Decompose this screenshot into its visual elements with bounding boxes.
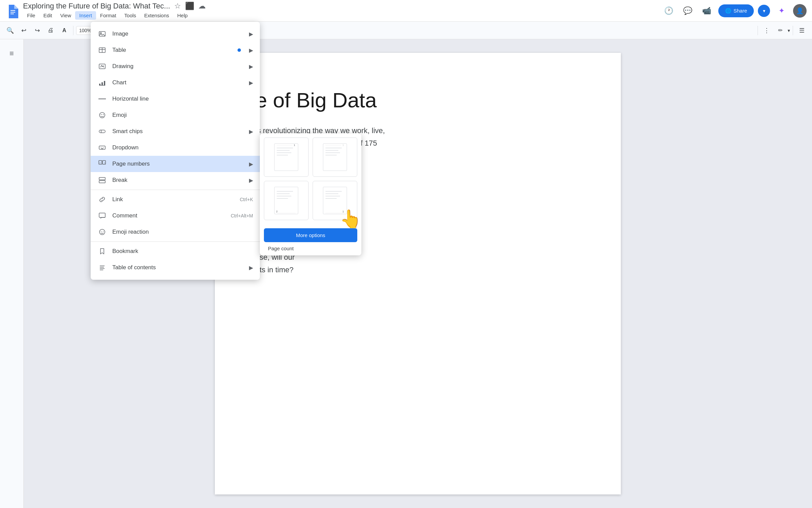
top-right: 🕐 💬 📹 🌐 Share ▾ ✦ 👤 <box>661 3 807 18</box>
print-button[interactable]: 🖨 <box>45 24 57 37</box>
menu-item-table[interactable]: Table ▶ <box>91 42 260 58</box>
share-caret[interactable]: ▾ <box>758 5 770 17</box>
format-paint-button[interactable]: A <box>58 24 70 37</box>
menu-item-smart-chips[interactable]: Smart chips ▶ <box>91 123 260 140</box>
drawing-icon <box>97 62 107 71</box>
table-arrow: ▶ <box>249 47 253 54</box>
svg-rect-34 <box>274 144 298 171</box>
doc-title-area: Exploring the Future of Big Data: What T… <box>23 2 659 20</box>
comment-icon <box>97 211 107 220</box>
redo-button[interactable]: ↪ <box>31 24 43 37</box>
meet-button[interactable]: 📹 <box>699 3 714 18</box>
svg-rect-12 <box>104 81 105 85</box>
pn-option-top-right-no-first[interactable]: 1 <box>313 137 357 177</box>
document-page: e of Big Data is revolutionizing the way… <box>215 53 621 494</box>
image-label: Image <box>112 30 244 37</box>
svg-rect-48 <box>274 187 298 214</box>
menu-section-2: Link Ctrl+K Comment Ctrl+Alt+M <box>91 190 260 242</box>
svg-rect-26 <box>99 213 105 217</box>
outline-icon[interactable]: ≡ <box>4 46 19 61</box>
link-label: Link <box>112 196 234 203</box>
more-options-button[interactable]: More options <box>264 228 357 242</box>
menu-section-3: Bookmark Table of contents ▶ <box>91 242 260 277</box>
doc-title[interactable]: Exploring the Future of Big Data: What T… <box>23 2 170 10</box>
menu-insert[interactable]: Insert <box>75 11 96 20</box>
menu-extensions[interactable]: Extensions <box>140 11 173 20</box>
smart-chips-arrow: ▶ <box>249 128 253 135</box>
menu-item-image[interactable]: Image ▶ <box>91 26 260 42</box>
menu-item-drawing[interactable]: Drawing ▶ <box>91 58 260 75</box>
drive-icon[interactable]: ⬛ <box>185 2 194 10</box>
menu-help[interactable]: Help <box>173 11 192 20</box>
cloud-icon[interactable]: ☁ <box>198 2 206 10</box>
emoji-label: Emoji <box>112 112 253 119</box>
more-toolbar-options[interactable]: ⋮ <box>761 24 773 37</box>
pn-option-bottom-no-first[interactable]: 1 👆 <box>313 181 357 220</box>
search-toolbar-button[interactable]: 🔍 <box>4 24 16 37</box>
menu-format[interactable]: Format <box>96 11 120 20</box>
image-arrow: ▶ <box>249 31 253 37</box>
menu-view[interactable]: View <box>56 11 75 20</box>
star-icon[interactable]: ☆ <box>174 2 181 10</box>
share-button[interactable]: 🌐 Share <box>718 4 754 17</box>
page-count-label: Page count <box>268 246 294 251</box>
edit-mode-icon[interactable]: ✏ <box>774 24 786 37</box>
page-count-row[interactable]: Page count <box>264 242 357 251</box>
svg-point-29 <box>103 231 104 232</box>
toolbar-divider-right <box>758 26 758 35</box>
svg-point-27 <box>99 229 105 235</box>
outline-toggle[interactable]: ☰ <box>796 24 808 37</box>
menu-edit[interactable]: Edit <box>39 11 56 20</box>
chart-icon <box>97 78 107 87</box>
svg-rect-11 <box>102 82 103 85</box>
toc-icon <box>97 263 107 272</box>
menu-item-horizontal-line[interactable]: Horizontal line <box>91 91 260 107</box>
menu-item-emoji-reaction[interactable]: Emoji reaction <box>91 224 260 240</box>
bookmark-icon <box>97 247 107 256</box>
drawing-label: Drawing <box>112 63 244 70</box>
share-label: Share <box>734 8 747 14</box>
page-number-options-grid: 1 1 <box>264 137 357 220</box>
pn-option-top-right[interactable]: 1 <box>264 137 309 177</box>
menu-item-bookmark[interactable]: Bookmark <box>91 243 260 259</box>
menu-item-emoji[interactable]: Emoji <box>91 107 260 123</box>
break-icon <box>97 175 107 185</box>
page-numbers-icon: 1 2 <box>97 159 107 169</box>
history-button[interactable]: 🕐 <box>661 3 676 18</box>
menu-item-dropdown[interactable]: Dropdown <box>91 140 260 156</box>
bookmark-label: Bookmark <box>112 248 253 255</box>
hand-cursor-icon: 👆 <box>340 209 362 229</box>
comments-button[interactable]: 💬 <box>680 3 695 18</box>
top-bar: Exploring the Future of Big Data: What T… <box>0 0 812 22</box>
dropdown-icon <box>97 143 107 152</box>
svg-text:1: 1 <box>342 144 344 147</box>
page-title: e of Big Data <box>255 87 580 114</box>
menu-file[interactable]: File <box>23 11 39 20</box>
edit-mode-label[interactable]: ▾ <box>788 28 790 33</box>
menu-item-chart[interactable]: Chart ▶ <box>91 75 260 91</box>
undo-button[interactable]: ↩ <box>18 24 30 37</box>
menu-item-link[interactable]: Link Ctrl+K <box>91 191 260 208</box>
svg-point-16 <box>103 114 104 115</box>
pn-option-bottom-right[interactable]: 2 <box>264 181 309 220</box>
menu-item-page-numbers[interactable]: 1 2 Page numbers ▶ <box>91 156 260 172</box>
menu-item-toc[interactable]: Table of contents ▶ <box>91 259 260 276</box>
svg-text:2: 2 <box>276 210 278 213</box>
menu-item-comment[interactable]: Comment Ctrl+Alt+M <box>91 208 260 224</box>
table-active-dot <box>238 48 241 52</box>
gemini-button[interactable]: ✦ <box>774 3 789 18</box>
break-label: Break <box>112 177 244 184</box>
app-logo[interactable] <box>5 3 20 18</box>
svg-rect-41 <box>323 144 347 171</box>
smart-chips-icon <box>97 127 107 136</box>
svg-rect-25 <box>99 181 105 183</box>
page-numbers-arrow: ▶ <box>249 161 253 167</box>
menu-item-break[interactable]: Break ▶ <box>91 172 260 188</box>
user-avatar[interactable]: 👤 <box>793 4 807 18</box>
page-numbers-submenu: 1 1 <box>260 133 361 255</box>
svg-rect-17 <box>99 130 105 133</box>
menu-tools[interactable]: Tools <box>120 11 140 20</box>
toc-arrow: ▶ <box>249 264 253 271</box>
dropdown-label: Dropdown <box>112 144 253 151</box>
menu-section-1: Image ▶ Table ▶ <box>91 24 260 190</box>
